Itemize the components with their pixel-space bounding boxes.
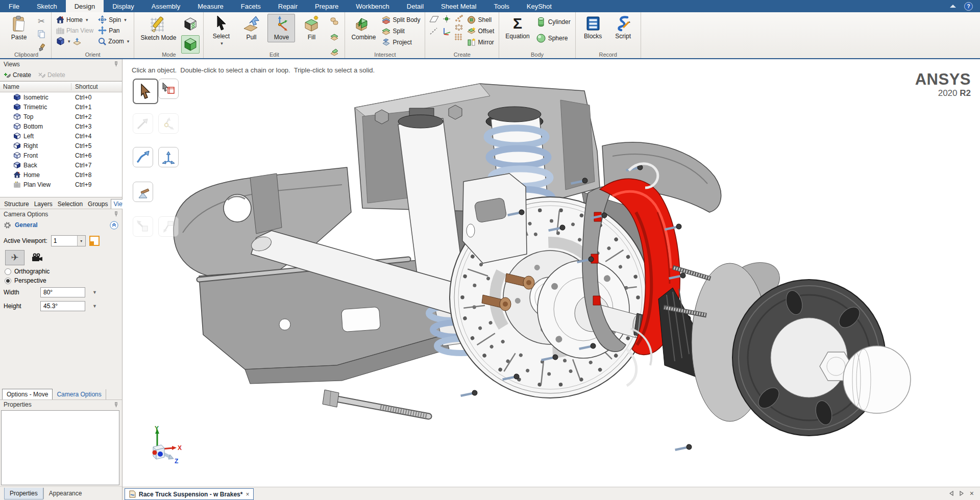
- cut-button[interactable]: ✂: [35, 15, 47, 27]
- script-button[interactable]: Script: [609, 14, 637, 41]
- height-dropdown-icon[interactable]: ▼: [92, 304, 97, 309]
- move-trajectory-guide[interactable]: [133, 147, 153, 167]
- orthographic-option[interactable]: Orthographic: [0, 267, 122, 276]
- tab-camera-options[interactable]: Camera Options: [53, 389, 106, 399]
- project-button[interactable]: Project: [381, 37, 421, 47]
- collapse-section-icon[interactable]: [110, 221, 118, 230]
- hex-bolt[interactable]: [323, 390, 429, 416]
- view-row-top[interactable]: TopCtrl+2: [0, 112, 122, 121]
- menu-measure[interactable]: Measure: [189, 0, 232, 12]
- perspective-radio[interactable]: [5, 278, 11, 284]
- view-row-plan-view[interactable]: Plan ViewCtrl+9: [0, 180, 122, 189]
- view-row-front[interactable]: FrontCtrl+6: [0, 151, 122, 160]
- tab-structure[interactable]: Structure: [2, 199, 31, 209]
- menu-prepare[interactable]: Prepare: [306, 0, 347, 12]
- axes-icon[interactable]: [442, 27, 452, 35]
- viewport-layout-icon[interactable]: [89, 236, 100, 246]
- view-cube-buttons[interactable]: ▾: [55, 36, 94, 46]
- plane-icon[interactable]: [429, 15, 439, 23]
- move-button[interactable]: Move: [267, 14, 295, 42]
- perspective-option[interactable]: Perspective: [0, 276, 122, 285]
- orthographic-radio[interactable]: [5, 268, 11, 275]
- tab-groups[interactable]: Groups: [86, 199, 110, 209]
- menu-workbench[interactable]: Workbench: [347, 0, 398, 12]
- paste-button[interactable]: Paste: [5, 14, 33, 42]
- blend-button[interactable]: [328, 15, 341, 28]
- close-tab-bar-icon[interactable]: ×: [970, 489, 974, 497]
- collapse-ribbon-icon[interactable]: [950, 5, 956, 8]
- line-icon[interactable]: [429, 27, 439, 35]
- pull-tool-guide-disabled[interactable]: [133, 113, 153, 134]
- mirror-button[interactable]: Mirror: [466, 37, 495, 47]
- help-icon[interactable]: ?: [964, 2, 973, 11]
- select-tool-guide[interactable]: [133, 79, 158, 104]
- menu-detail[interactable]: Detail: [398, 0, 432, 12]
- dome-cap[interactable]: [843, 346, 911, 413]
- split-body-button[interactable]: Split Body: [381, 15, 421, 24]
- move-to-guide-disabled[interactable]: [133, 216, 153, 237]
- knuckle-bracket[interactable]: [462, 173, 527, 263]
- equation-button[interactable]: Σ Equation: [503, 14, 532, 41]
- menu-assembly[interactable]: Assembly: [143, 0, 189, 12]
- menu-file[interactable]: File: [0, 0, 28, 12]
- secondary-tool-guide-disabled[interactable]: [158, 113, 179, 134]
- shell-button[interactable]: Shell: [466, 15, 495, 24]
- tab-layers[interactable]: Layers: [32, 199, 55, 209]
- split-button[interactable]: Split: [381, 26, 421, 36]
- view-row-isometric[interactable]: IsometricCtrl+0: [0, 92, 122, 102]
- offset-button[interactable]: Offset: [466, 26, 495, 36]
- point-grid-icon[interactable]: [454, 33, 463, 40]
- menu-keyshot[interactable]: KeyShot: [518, 0, 560, 12]
- active-viewport-select[interactable]: 1▾: [51, 235, 86, 246]
- menu-design[interactable]: Design: [66, 0, 104, 12]
- sketch-mode-button[interactable]: Sketch Mode: [138, 14, 179, 43]
- close-document-icon[interactable]: ×: [246, 491, 249, 498]
- section-mode-button[interactable]: [181, 15, 200, 33]
- spin-button[interactable]: Spin▾: [97, 15, 130, 24]
- view-row-bottom[interactable]: BottomCtrl+3: [0, 121, 122, 131]
- height-input[interactable]: 45.3°: [40, 301, 85, 311]
- point-array-icon[interactable]: [454, 15, 463, 22]
- document-tab[interactable]: Race Truck Suspension - w Brakes* ×: [125, 488, 254, 500]
- pin-icon[interactable]: [114, 402, 118, 408]
- menu-repair[interactable]: Repair: [270, 0, 306, 12]
- menu-display[interactable]: Display: [104, 0, 143, 12]
- menu-sheetmetal[interactable]: Sheet Metal: [432, 0, 485, 12]
- column-name[interactable]: Name: [0, 83, 71, 90]
- orient-guide-disabled[interactable]: [158, 216, 179, 237]
- tab-appearance[interactable]: Appearance: [43, 488, 87, 499]
- camera-mode-button[interactable]: [28, 250, 47, 265]
- create-view-button[interactable]: Create: [4, 71, 31, 79]
- fulcrum-tool-guide[interactable]: [133, 182, 153, 202]
- menu-facets[interactable]: Facets: [232, 0, 270, 12]
- scroll-tabs-right-icon[interactable]: [960, 491, 964, 496]
- sphere-button[interactable]: Sphere: [535, 32, 572, 44]
- properties-content[interactable]: [1, 410, 119, 486]
- blocks-button[interactable]: Blocks: [579, 14, 607, 41]
- menu-tools[interactable]: Tools: [485, 0, 518, 12]
- tab-properties[interactable]: Properties: [4, 488, 43, 499]
- scroll-tabs-left-icon[interactable]: [949, 491, 953, 496]
- tab-selection[interactable]: Selection: [56, 199, 85, 209]
- width-dropdown-icon[interactable]: ▼: [92, 290, 97, 295]
- home-view-button[interactable]: Home▾: [55, 15, 94, 24]
- plan-view-button[interactable]: Plan View: [55, 26, 94, 35]
- view-row-home[interactable]: HomeCtrl+8: [0, 170, 122, 180]
- model-viewport[interactable]: Click an object. Double-click to select …: [122, 59, 980, 487]
- view-row-trimetric[interactable]: TrimetricCtrl+1: [0, 102, 122, 112]
- zoom-button[interactable]: Zoom▾: [97, 36, 130, 46]
- replace-button[interactable]: [328, 30, 341, 43]
- orientation-triad[interactable]: Y X Z: [144, 426, 184, 464]
- race-truck-suspension-model[interactable]: [122, 59, 980, 487]
- width-input[interactable]: 80°: [40, 287, 85, 297]
- pin-icon[interactable]: [114, 211, 118, 217]
- view-row-right[interactable]: RightCtrl+5: [0, 141, 122, 151]
- point-icon[interactable]: [442, 15, 452, 23]
- move-up-to-guide[interactable]: [158, 147, 179, 167]
- point-ring-icon[interactable]: [454, 24, 463, 31]
- menu-sketch[interactable]: Sketch: [28, 0, 66, 12]
- cylinder-button[interactable]: Cylinder: [535, 16, 572, 28]
- combine-button[interactable]: Combine: [349, 14, 378, 42]
- views-table-header[interactable]: Name Shortcut: [0, 82, 122, 92]
- select-button[interactable]: Select▾: [207, 14, 235, 47]
